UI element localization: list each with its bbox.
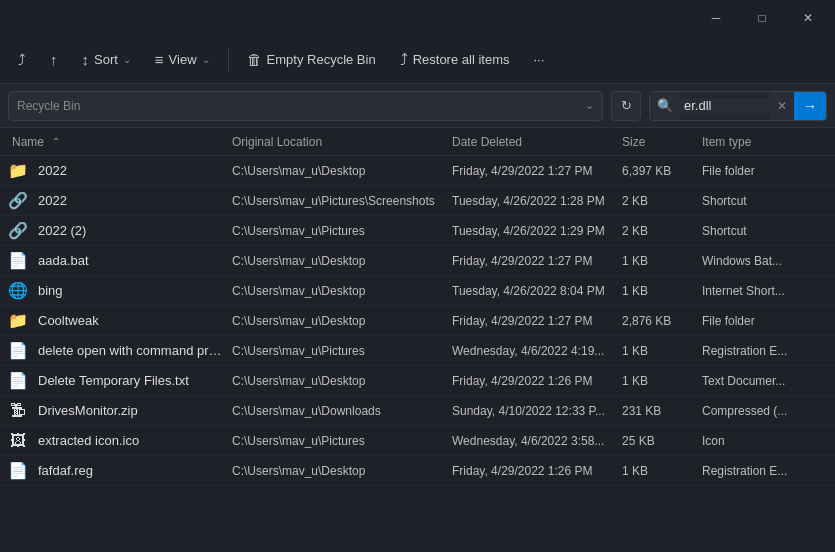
maximize-button[interactable]: □ (739, 2, 785, 34)
file-type: File folder (698, 164, 827, 178)
file-type: Shortcut (698, 224, 827, 238)
col-size-header[interactable]: Size (618, 134, 698, 149)
address-bar-text: Recycle Bin (17, 99, 80, 113)
file-date: Sunday, 4/10/2022 12:33 P... (448, 404, 618, 418)
file-date: Wednesday, 4/6/2022 4:19... (448, 344, 618, 358)
table-row[interactable]: 📄 fafdaf.reg C:\Users\mav_u\Desktop Frid… (0, 456, 835, 486)
restore-icon: ⤴ (400, 51, 408, 69)
col-date-header[interactable]: Date Deleted (448, 134, 618, 149)
undo-button[interactable]: ⤴ (8, 46, 36, 73)
restore-label: Restore all items (413, 52, 510, 67)
file-location: C:\Users\mav_u\Desktop (228, 374, 448, 388)
file-name: 2022 (38, 163, 228, 178)
file-icon: 📁 (8, 161, 28, 181)
file-icon: 📄 (8, 251, 28, 271)
search-input[interactable] (680, 98, 770, 113)
file-date: Wednesday, 4/6/2022 3:58... (448, 434, 618, 448)
file-list-header: Name ⌃ Original Location Date Deleted Si… (0, 128, 835, 156)
file-name: Cooltweak (38, 313, 228, 328)
file-icon: 🔗 (8, 191, 28, 211)
file-icon: 🖼 (8, 431, 28, 451)
undo-icon: ⤴ (18, 51, 26, 68)
file-name: bing (38, 283, 228, 298)
file-date: Friday, 4/29/2022 1:27 PM (448, 314, 618, 328)
col-location-header[interactable]: Original Location (228, 134, 448, 149)
file-size: 2 KB (618, 194, 698, 208)
table-row[interactable]: 🌐 bing C:\Users\mav_u\Desktop Tuesday, 4… (0, 276, 835, 306)
empty-bin-label: Empty Recycle Bin (267, 52, 376, 67)
file-icon: 📁 (8, 311, 28, 331)
table-row[interactable]: 🔗 2022 C:\Users\mav_u\Pictures\Screensho… (0, 186, 835, 216)
view-label: View (169, 52, 197, 67)
address-bar[interactable]: Recycle Bin ⌄ (8, 91, 603, 121)
title-bar: ─ □ ✕ (0, 0, 835, 36)
table-row[interactable]: 📁 Cooltweak C:\Users\mav_u\Desktop Frida… (0, 306, 835, 336)
file-location: C:\Users\mav_u\Pictures (228, 434, 448, 448)
file-size: 231 KB (618, 404, 698, 418)
table-row[interactable]: 📄 delete open with command promp... C:\U… (0, 336, 835, 366)
file-type: Internet Short... (698, 284, 827, 298)
file-size: 2,876 KB (618, 314, 698, 328)
file-icon: 📄 (8, 461, 28, 481)
restore-button[interactable]: ⤴ Restore all items (390, 46, 520, 74)
file-name: 2022 (2) (38, 223, 228, 238)
sort-button[interactable]: ↕ Sort ⌄ (72, 46, 141, 73)
file-date: Friday, 4/29/2022 1:26 PM (448, 464, 618, 478)
empty-bin-icon: 🗑 (247, 51, 262, 68)
file-location: C:\Users\mav_u\Downloads (228, 404, 448, 418)
search-go-button[interactable]: → (794, 91, 826, 121)
file-list-container: Name ⌃ Original Location Date Deleted Si… (0, 128, 835, 552)
file-name: 2022 (38, 193, 228, 208)
file-location: C:\Users\mav_u\Pictures (228, 224, 448, 238)
file-date: Tuesday, 4/26/2022 1:28 PM (448, 194, 618, 208)
refresh-button[interactable]: ↻ (611, 91, 641, 121)
file-size: 1 KB (618, 464, 698, 478)
file-type: Compressed (... (698, 404, 827, 418)
minimize-button[interactable]: ─ (693, 2, 739, 34)
close-button[interactable]: ✕ (785, 2, 831, 34)
table-row[interactable]: 📁 2022 C:\Users\mav_u\Desktop Friday, 4/… (0, 156, 835, 186)
table-row[interactable]: 🗜 DrivesMonitor.zip C:\Users\mav_u\Downl… (0, 396, 835, 426)
file-size: 6,397 KB (618, 164, 698, 178)
search-container: 🔍 ✕ → (649, 91, 827, 121)
table-row[interactable]: 📄 aada.bat C:\Users\mav_u\Desktop Friday… (0, 246, 835, 276)
sort-label: Sort (94, 52, 118, 67)
more-button[interactable]: ··· (523, 47, 554, 72)
name-sort-arrow: ⌃ (52, 136, 60, 147)
file-size: 25 KB (618, 434, 698, 448)
file-type: Registration E... (698, 344, 827, 358)
view-button[interactable]: ≡ View ⌄ (145, 46, 220, 73)
file-type: Windows Bat... (698, 254, 827, 268)
move-button[interactable]: ↑ (40, 46, 68, 73)
file-date: Friday, 4/29/2022 1:27 PM (448, 164, 618, 178)
file-icon: 📄 (8, 371, 28, 391)
file-icon: 🔗 (8, 221, 28, 241)
toolbar-separator-1 (228, 48, 229, 72)
file-name: Delete Temporary Files.txt (38, 373, 228, 388)
col-name-header[interactable]: Name ⌃ (8, 135, 228, 149)
table-row[interactable]: 🔗 2022 (2) C:\Users\mav_u\Pictures Tuesd… (0, 216, 835, 246)
file-location: C:\Users\mav_u\Desktop (228, 464, 448, 478)
file-type: Icon (698, 434, 827, 448)
search-clear-button[interactable]: ✕ (770, 91, 794, 121)
file-icon: 🗜 (8, 401, 28, 421)
empty-bin-button[interactable]: 🗑 Empty Recycle Bin (237, 46, 386, 73)
file-type: Text Documer... (698, 374, 827, 388)
file-date: Friday, 4/29/2022 1:26 PM (448, 374, 618, 388)
file-date: Friday, 4/29/2022 1:27 PM (448, 254, 618, 268)
file-type: File folder (698, 314, 827, 328)
sort-chevron-icon: ⌄ (123, 54, 131, 65)
view-icon: ≡ (155, 51, 164, 68)
file-name: delete open with command promp... (38, 343, 228, 358)
file-location: C:\Users\mav_u\Desktop (228, 314, 448, 328)
file-name: extracted icon.ico (38, 433, 228, 448)
file-size: 1 KB (618, 344, 698, 358)
file-icon: 🌐 (8, 281, 28, 301)
col-type-header[interactable]: Item type (698, 134, 827, 149)
file-size: 1 KB (618, 284, 698, 298)
file-location: C:\Users\mav_u\Desktop (228, 284, 448, 298)
table-row[interactable]: 🖼 extracted icon.ico C:\Users\mav_u\Pict… (0, 426, 835, 456)
table-row[interactable]: 📄 Delete Temporary Files.txt C:\Users\ma… (0, 366, 835, 396)
file-date: Tuesday, 4/26/2022 8:04 PM (448, 284, 618, 298)
search-icon: 🔍 (650, 91, 680, 121)
